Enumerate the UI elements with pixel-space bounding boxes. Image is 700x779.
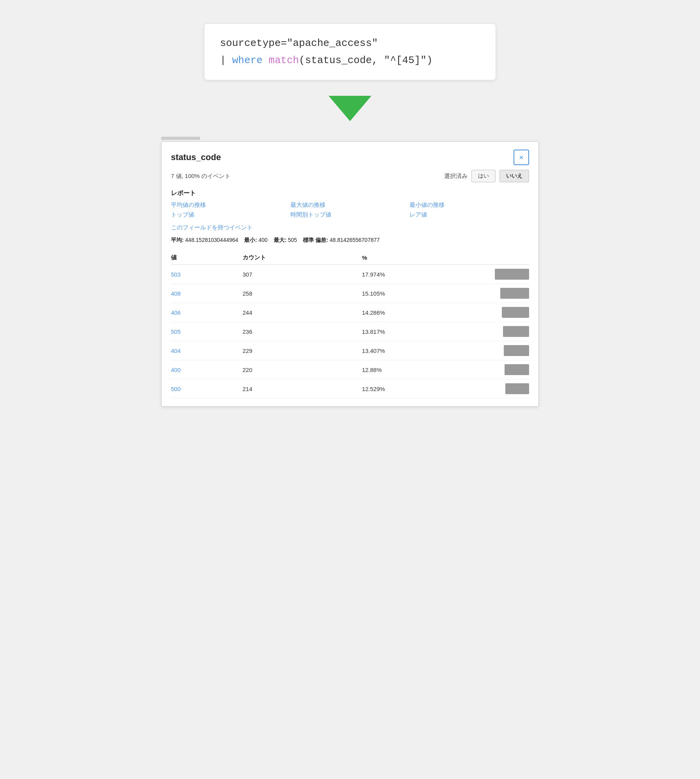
std-value: 48.81426556707877	[330, 237, 380, 243]
selected-label: 選択済み	[444, 173, 468, 180]
meta-info: 7 値, 100% のイベント	[171, 173, 230, 180]
min-value: 400	[259, 237, 267, 243]
cell-bar-2	[481, 303, 529, 322]
panel-header: status_code ×	[171, 150, 529, 165]
cell-value-3[interactable]: 505	[171, 322, 243, 341]
cell-count-4: 229	[243, 341, 362, 360]
table-row: 505 236 13.817%	[171, 322, 529, 341]
cell-count-3: 236	[243, 322, 362, 341]
report-link-2[interactable]: 最小値の推移	[410, 201, 529, 209]
events-link[interactable]: このフィールドを持つイベント	[171, 224, 529, 231]
bar-container-2	[481, 307, 529, 318]
panel-title: status_code	[171, 152, 221, 162]
cell-value-6[interactable]: 500	[171, 379, 243, 398]
avg-value: 448.15281030444964	[185, 237, 238, 243]
code-sourcetype: sourcetype="apache_access"	[220, 37, 378, 49]
cell-bar-6	[481, 379, 529, 398]
max-label: 最大:	[274, 237, 287, 243]
cell-value-4[interactable]: 404	[171, 341, 243, 360]
top-strip	[161, 137, 200, 140]
cell-count-1: 258	[243, 284, 362, 303]
code-line-2: | where match(status_code, "^[45]")	[220, 52, 480, 69]
bar-container-1	[481, 288, 529, 299]
col-header-value: 値	[171, 251, 243, 265]
no-button[interactable]: いいえ	[499, 170, 529, 182]
table-row: 408 258 15.105%	[171, 284, 529, 303]
cell-pct-6: 12.529%	[362, 379, 482, 398]
bar-3	[503, 326, 529, 337]
bar-container-4	[481, 345, 529, 356]
cell-pct-3: 13.817%	[362, 322, 482, 341]
cell-pct-1: 15.105%	[362, 284, 482, 303]
code-match: match	[269, 55, 299, 66]
down-arrow	[329, 96, 371, 121]
cell-count-6: 214	[243, 379, 362, 398]
code-pipe: |	[220, 55, 232, 66]
bar-5	[505, 364, 529, 375]
cell-count-2: 244	[243, 303, 362, 322]
cell-pct-0: 17.974%	[362, 265, 482, 284]
report-link-5[interactable]: レア値	[410, 211, 529, 219]
bar-container-3	[481, 326, 529, 337]
code-line-1: sourcetype="apache_access"	[220, 35, 480, 52]
cell-pct-4: 13.407%	[362, 341, 482, 360]
cell-count-0: 307	[243, 265, 362, 284]
cell-bar-5	[481, 360, 529, 379]
report-link-3[interactable]: トップ値	[171, 211, 290, 219]
bar-container-5	[481, 364, 529, 375]
code-args: (status_code, "^[45]")	[299, 55, 433, 66]
meta-controls: 選択済み はい いいえ	[444, 170, 529, 182]
panel-bottom-padding	[171, 398, 529, 406]
report-section-title: レポート	[171, 189, 529, 197]
bar-1	[500, 288, 529, 299]
report-link-1[interactable]: 最大値の推移	[290, 201, 410, 209]
report-link-0[interactable]: 平均値の推移	[171, 201, 290, 209]
std-label: 標準 偏差:	[303, 237, 328, 243]
cell-value-0[interactable]: 503	[171, 265, 243, 284]
cell-pct-5: 12.88%	[362, 360, 482, 379]
table-row: 500 214 12.529%	[171, 379, 529, 398]
report-links: 平均値の推移 最大値の推移 最小値の推移 トップ値 時間別トップ値 レア値	[171, 201, 529, 219]
table-header-row: 値 カウント %	[171, 251, 529, 265]
cell-bar-4	[481, 341, 529, 360]
bar-container-0	[481, 269, 529, 280]
code-where: where	[232, 55, 269, 66]
cell-bar-1	[481, 284, 529, 303]
table-row: 400 220 12.88%	[171, 360, 529, 379]
data-table: 値 カウント % 503 307 17.974% 408 258 15.105%	[171, 251, 529, 398]
cell-value-2[interactable]: 406	[171, 303, 243, 322]
col-header-bar	[481, 251, 529, 265]
cell-value-5[interactable]: 400	[171, 360, 243, 379]
avg-label: 平均:	[171, 237, 184, 243]
col-header-pct: %	[362, 251, 482, 265]
col-header-count: カウント	[243, 251, 362, 265]
table-row: 406 244 14.286%	[171, 303, 529, 322]
field-detail-panel: status_code × 7 値, 100% のイベント 選択済み はい いい…	[161, 141, 539, 407]
cell-bar-3	[481, 322, 529, 341]
table-row: 503 307 17.974%	[171, 265, 529, 284]
min-label: 最小:	[244, 237, 257, 243]
panel-meta: 7 値, 100% のイベント 選択済み はい いいえ	[171, 170, 529, 182]
table-row: 404 229 13.407%	[171, 341, 529, 360]
bar-container-6	[481, 383, 529, 394]
report-link-4[interactable]: 時間別トップ値	[290, 211, 410, 219]
bar-0	[495, 269, 529, 280]
cell-count-5: 220	[243, 360, 362, 379]
bar-6	[505, 383, 529, 394]
code-block: sourcetype="apache_access" | where match…	[204, 23, 496, 80]
bar-4	[504, 345, 529, 356]
max-value: 505	[288, 237, 297, 243]
yes-button[interactable]: はい	[471, 170, 496, 182]
bar-2	[502, 307, 529, 318]
close-button[interactable]: ×	[514, 150, 529, 165]
cell-pct-2: 14.286%	[362, 303, 482, 322]
cell-value-1[interactable]: 408	[171, 284, 243, 303]
stats-row: 平均: 448.15281030444964 最小: 400 最大: 505 標…	[171, 237, 529, 244]
cell-bar-0	[481, 265, 529, 284]
